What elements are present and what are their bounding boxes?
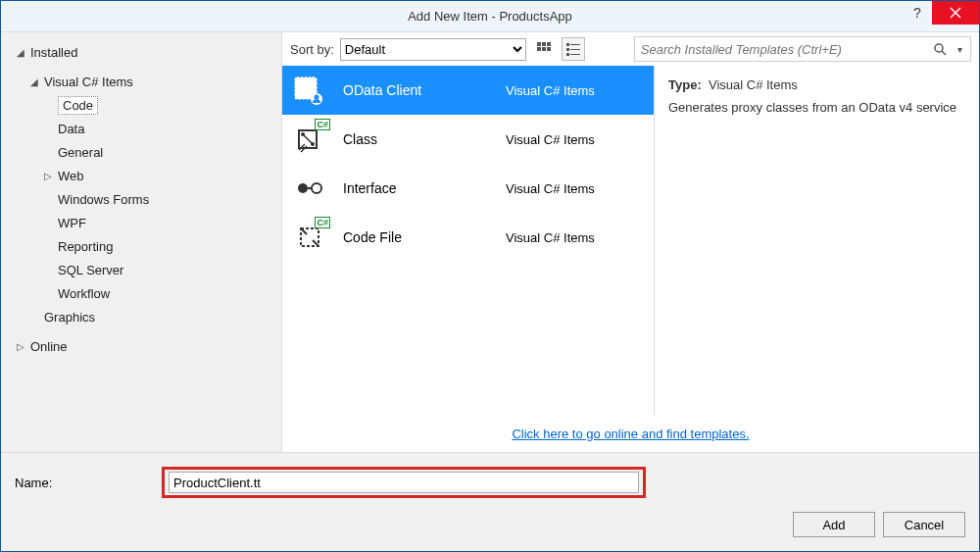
- svg-point-24: [312, 183, 321, 193]
- sidebar-item-wpf[interactable]: WPF: [1, 211, 281, 234]
- template-class[interactable]: C# Class Visual C# Items: [282, 115, 654, 164]
- sidebar-csharp-items[interactable]: ◢ Visual C# Items: [1, 70, 281, 93]
- sidebar-installed[interactable]: ◢ Installed: [1, 40, 281, 64]
- sidebar-item-graphics[interactable]: Graphics: [1, 305, 281, 328]
- close-button[interactable]: [932, 1, 979, 25]
- svg-rect-9: [570, 44, 580, 45]
- search-box[interactable]: ▾: [634, 36, 971, 62]
- sidebar-item-workflow[interactable]: Workflow: [1, 281, 281, 305]
- titlebar: Add New Item - ProductsApp ?: [1, 1, 979, 31]
- svg-rect-5: [537, 47, 541, 51]
- csharp-badge-icon: C#: [315, 119, 330, 130]
- view-list-button[interactable]: [562, 37, 585, 61]
- online-link-row: Click here to go online and find templat…: [282, 415, 979, 452]
- sidebar-item-code[interactable]: Code: [1, 93, 281, 117]
- dialog-body: ◢ Installed ◢ Visual C# Items Code Data …: [1, 31, 979, 551]
- expand-arrow-icon: ▷: [44, 171, 58, 181]
- sidebar-item-sqlserver[interactable]: SQL Server: [1, 258, 281, 281]
- main-pane: Sort by: Default: [282, 32, 979, 452]
- info-pane: Type: Visual C# Items Generates proxy cl…: [655, 66, 979, 415]
- svg-rect-13: [570, 54, 580, 55]
- dialog-title: Add New Item - ProductsApp: [408, 9, 572, 24]
- lists-area: OData Client Visual C# Items C# Class Vi…: [282, 66, 979, 415]
- sort-by-select[interactable]: Default: [340, 38, 526, 61]
- svg-rect-2: [537, 42, 541, 46]
- odata-client-icon: [292, 73, 327, 108]
- svg-rect-10: [566, 48, 569, 51]
- svg-rect-11: [570, 49, 580, 50]
- sidebar-item-reporting[interactable]: Reporting: [1, 234, 281, 258]
- interface-icon: [292, 171, 327, 206]
- collapse-arrow-icon: ◢: [30, 76, 44, 87]
- help-button[interactable]: ?: [903, 1, 932, 25]
- name-highlight: [162, 467, 646, 498]
- expand-arrow-icon: ▷: [17, 341, 30, 352]
- cancel-button[interactable]: Cancel: [883, 512, 965, 537]
- svg-rect-7: [547, 47, 551, 51]
- search-input[interactable]: [639, 41, 933, 58]
- search-icon[interactable]: [933, 42, 953, 56]
- window-controls: ?: [903, 1, 979, 25]
- dialog-window: Add New Item - ProductsApp ? ◢ Installed…: [0, 0, 980, 552]
- svg-point-19: [315, 95, 319, 100]
- sidebar-online[interactable]: ▷ Online: [1, 334, 281, 358]
- sidebar-item-general[interactable]: General: [1, 140, 281, 164]
- svg-point-14: [935, 44, 943, 52]
- name-row: Name:: [15, 467, 965, 498]
- svg-rect-6: [542, 47, 546, 51]
- code-file-icon: C#: [292, 220, 327, 255]
- view-grid-button[interactable]: [532, 37, 556, 61]
- search-dropdown-icon[interactable]: ▾: [953, 44, 966, 55]
- name-input[interactable]: [169, 472, 639, 493]
- svg-point-23: [298, 183, 308, 193]
- svg-rect-12: [566, 53, 569, 56]
- sidebar-item-web[interactable]: ▷ Web: [1, 164, 281, 187]
- top-area: ◢ Installed ◢ Visual C# Items Code Data …: [1, 31, 979, 452]
- name-label: Name:: [15, 476, 152, 490]
- template-description: Generates proxy classes from an OData v4…: [668, 100, 965, 115]
- sidebar-item-data[interactable]: Data: [1, 117, 281, 140]
- svg-rect-3: [542, 42, 546, 46]
- svg-line-15: [942, 51, 946, 55]
- bottom-panel: Name: Add Cancel: [1, 452, 979, 551]
- template-list: OData Client Visual C# Items C# Class Vi…: [282, 66, 655, 415]
- template-odata-client[interactable]: OData Client Visual C# Items: [282, 66, 654, 115]
- category-sidebar: ◢ Installed ◢ Visual C# Items Code Data …: [1, 32, 282, 452]
- sort-by-label: Sort by:: [290, 42, 334, 57]
- sidebar-item-winforms[interactable]: Windows Forms: [1, 187, 281, 211]
- csharp-badge-icon: C#: [315, 217, 330, 228]
- button-row: Add Cancel: [15, 512, 965, 537]
- class-icon: C#: [292, 122, 327, 157]
- svg-rect-4: [547, 42, 551, 46]
- toolbar: Sort by: Default: [282, 32, 979, 66]
- type-line: Type: Visual C# Items: [668, 77, 965, 92]
- add-button[interactable]: Add: [793, 512, 875, 537]
- go-online-link[interactable]: Click here to go online and find templat…: [512, 427, 749, 441]
- template-code-file[interactable]: C# Code File Visual C# Items: [282, 213, 654, 262]
- collapse-arrow-icon: ◢: [17, 47, 30, 58]
- svg-rect-8: [566, 43, 569, 46]
- template-interface[interactable]: Interface Visual C# Items: [282, 164, 654, 213]
